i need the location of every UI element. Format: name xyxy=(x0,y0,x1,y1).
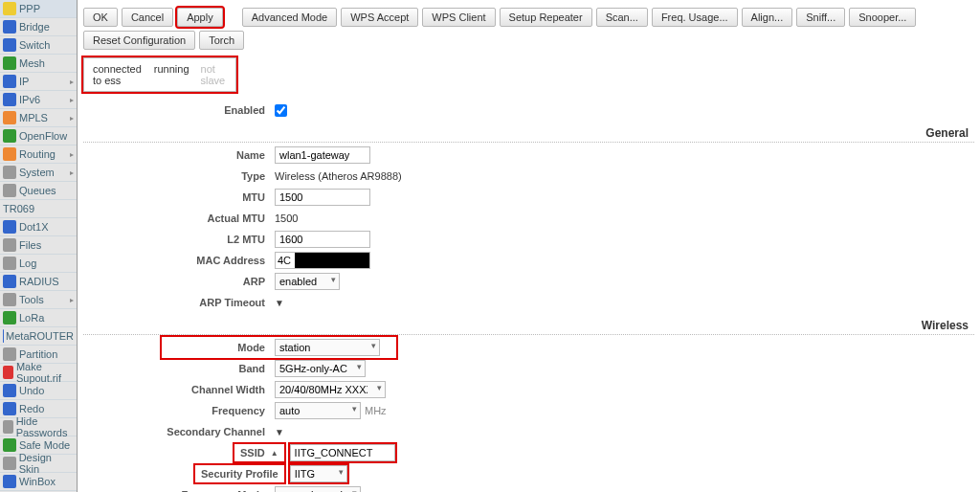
sidebar-item-ipv6[interactable]: IPv6▸ xyxy=(0,91,77,109)
sidebar-item-label: MetaROUTER xyxy=(6,330,74,342)
ppp-icon xyxy=(3,2,16,15)
sidebar-item-label: Safe Mode xyxy=(19,439,70,451)
status-running: running xyxy=(151,62,192,87)
scan-button[interactable]: Scan... xyxy=(596,8,648,27)
sidebar-item-label: WinBox xyxy=(19,476,56,487)
sidebar-item-switch[interactable]: Switch xyxy=(0,36,77,55)
secondary-channel-expand[interactable]: ▼ xyxy=(275,427,284,437)
sidebar-item-supout[interactable]: Make Supout.rif xyxy=(0,364,77,382)
design-skin-icon xyxy=(3,457,16,470)
sidebar-item-mesh[interactable]: Mesh xyxy=(0,55,77,73)
advanced-mode-button[interactable]: Advanced Mode xyxy=(242,8,338,27)
sidebar-item-tools[interactable]: Tools▸ xyxy=(0,291,77,309)
sidebar-item-label: OpenFlow xyxy=(19,130,67,142)
sidebar-item-undo[interactable]: Undo xyxy=(0,382,77,400)
lora-icon xyxy=(3,311,16,324)
sidebar-item-label: Undo xyxy=(19,385,44,396)
apply-button[interactable]: Apply xyxy=(177,8,223,27)
align-button[interactable]: Align... xyxy=(742,8,793,27)
sidebar-item-label: MPLS xyxy=(19,112,48,123)
torch-button[interactable]: Torch xyxy=(199,31,244,50)
security-profile-label: Security Profile xyxy=(195,465,284,482)
sidebar-item-design-skin[interactable]: Design Skin xyxy=(0,455,77,473)
security-profile-select[interactable]: IITG xyxy=(290,465,347,482)
wps-client-button[interactable]: WPS Client xyxy=(422,8,495,27)
ok-button[interactable]: OK xyxy=(83,8,118,27)
reset-config-button[interactable]: Reset Configuration xyxy=(83,31,195,50)
sidebar-item-label: Routing xyxy=(19,148,56,160)
type-label: Type xyxy=(83,170,275,182)
mac-input[interactable] xyxy=(276,253,295,268)
arp-timeout-label: ARP Timeout xyxy=(83,297,275,308)
section-general: General xyxy=(83,124,974,143)
bridge-icon xyxy=(3,20,16,34)
sidebar-item-mpls[interactable]: MPLS▸ xyxy=(0,109,77,127)
chevron-right-icon: ▸ xyxy=(70,96,74,104)
sidebar-item-dot1x[interactable]: Dot1X xyxy=(0,218,77,236)
wps-accept-button[interactable]: WPS Accept xyxy=(341,8,418,27)
enabled-label: Enabled xyxy=(83,104,275,116)
sniff-button[interactable]: Sniff... xyxy=(796,8,845,27)
sidebar-item-label: System xyxy=(19,167,55,178)
ssid-input[interactable] xyxy=(290,444,395,461)
sidebar-item-lora[interactable]: LoRa xyxy=(0,309,77,327)
secondary-channel-label: Secondary Channel xyxy=(83,426,275,437)
l2mtu-label: L2 MTU xyxy=(83,234,275,245)
mtu-input[interactable] xyxy=(275,189,370,206)
enabled-checkbox[interactable] xyxy=(275,104,287,117)
freq-usage-button[interactable]: Freq. Usage... xyxy=(652,8,738,27)
frequency-select[interactable]: auto xyxy=(275,402,361,419)
sidebar-item-hide-passwords[interactable]: Hide Passwords xyxy=(0,418,77,436)
sidebar-item-log[interactable]: Log xyxy=(0,255,77,273)
sidebar-item-ppp[interactable]: PPP xyxy=(0,0,77,18)
sidebar-item-label: IP xyxy=(19,76,29,87)
sidebar-item-routing[interactable]: Routing▸ xyxy=(0,145,77,164)
frequency-mode-select[interactable]: superchannel xyxy=(275,486,361,492)
sidebar-item-files[interactable]: Files xyxy=(0,236,77,255)
tools-icon xyxy=(3,293,16,306)
caret-up-icon[interactable]: ▲ xyxy=(271,449,278,458)
mesh-icon xyxy=(3,56,16,70)
log-icon xyxy=(3,257,16,270)
ipv6-icon xyxy=(3,93,16,106)
sidebar-item-radius[interactable]: RADIUS xyxy=(0,273,77,291)
toolbar: OK Cancel Apply Advanced Mode WPS Accept… xyxy=(83,8,974,50)
status-connected: connected to ess xyxy=(90,62,145,87)
radius-icon xyxy=(3,275,16,288)
mode-select[interactable]: station xyxy=(275,339,380,356)
arp-timeout-expand[interactable]: ▼ xyxy=(275,298,284,308)
frequency-unit: MHz xyxy=(365,405,387,416)
sidebar-item-ip[interactable]: IP▸ xyxy=(0,73,77,91)
supout-icon xyxy=(3,366,13,379)
band-select[interactable]: 5GHz-only-AC xyxy=(275,360,366,377)
sidebar-item-label: Design Skin xyxy=(19,452,74,475)
sidebar-item-tr069[interactable]: TR069 xyxy=(0,200,77,218)
setup-repeater-button[interactable]: Setup Repeater xyxy=(500,8,592,27)
sidebar-item-bridge[interactable]: Bridge xyxy=(0,18,77,36)
arp-label: ARP xyxy=(83,276,275,287)
mtu-label: MTU xyxy=(83,191,275,203)
snooper-button[interactable]: Snooper... xyxy=(849,8,916,27)
sidebar-item-openflow[interactable]: OpenFlow xyxy=(0,127,77,145)
sidebar-item-winbox[interactable]: WinBox xyxy=(0,473,77,491)
mac-redacted xyxy=(295,253,369,268)
routing-icon xyxy=(3,147,16,161)
sidebar-item-queues[interactable]: Queues xyxy=(0,182,77,200)
sidebar-item-system[interactable]: System▸ xyxy=(0,164,77,182)
sidebar-item-metarouter[interactable]: MetaROUTER xyxy=(0,327,77,346)
l2mtu-input[interactable] xyxy=(275,231,370,248)
chevron-right-icon: ▸ xyxy=(70,168,74,177)
name-input[interactable] xyxy=(275,146,370,164)
ssid-label: SSID▲ xyxy=(234,444,284,461)
undo-icon xyxy=(3,384,16,397)
sidebar-item-label: RADIUS xyxy=(19,276,59,287)
cancel-button[interactable]: Cancel xyxy=(122,8,173,27)
chevron-right-icon: ▸ xyxy=(70,150,74,159)
arp-select[interactable]: enabled xyxy=(275,273,340,290)
section-wireless: Wireless xyxy=(83,317,974,335)
channel-width-select[interactable]: 20/40/80MHz XXXX xyxy=(275,381,386,398)
actual-mtu-value: 1500 xyxy=(275,212,298,224)
sidebar-item-label: Hide Passwords xyxy=(16,415,74,438)
sidebar-item-label: LoRa xyxy=(19,312,44,324)
mpls-icon xyxy=(3,111,16,124)
